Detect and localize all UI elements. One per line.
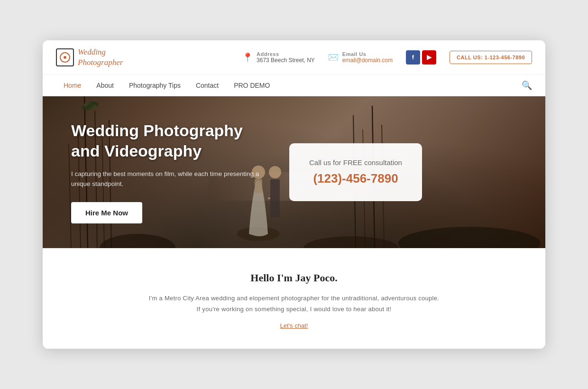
- call-button[interactable]: CALL US: 1-123-456-7890: [450, 51, 532, 64]
- facebook-button[interactable]: f: [406, 50, 420, 65]
- chat-link[interactable]: Let's chat!: [280, 322, 308, 329]
- nav-pro-demo[interactable]: PRO DEMO: [226, 75, 277, 96]
- address-info: 📍 Address 3673 Beech Street, NY: [242, 51, 315, 64]
- hero-title: Wedding Photography and Videography: [71, 120, 270, 161]
- logo[interactable]: Wedding Photographer: [56, 47, 123, 68]
- youtube-button[interactable]: ▶: [422, 50, 436, 65]
- about-section: Hello I'm Jay Poco. I'm a Metro City Are…: [43, 248, 545, 349]
- nav-links: Home About Photography Tips Contact PRO …: [56, 75, 277, 96]
- address-label: Address: [257, 51, 315, 57]
- card-phone: (123)-456-7890: [308, 171, 403, 186]
- search-icon[interactable]: 🔍: [522, 80, 532, 91]
- browser-window: Wedding Photographer 📍 Address 3673 Beec…: [43, 40, 545, 349]
- hire-me-button[interactable]: Hire Me Now: [71, 202, 142, 223]
- location-icon: 📍: [242, 52, 253, 63]
- about-text: I'm a Metro City Area wedding and elopem…: [147, 293, 441, 315]
- site-header: Wedding Photographer 📍 Address 3673 Beec…: [43, 40, 545, 75]
- hero-subtitle: I capturing the best moments on film, wh…: [71, 169, 270, 189]
- about-title: Hello I'm Jay Poco.: [56, 272, 532, 284]
- social-icons: f ▶: [406, 50, 436, 65]
- nav-about[interactable]: About: [89, 75, 121, 96]
- nav-photography-tips[interactable]: Photography Tips: [121, 75, 188, 96]
- nav-contact[interactable]: Contact: [188, 75, 226, 96]
- navigation: Home About Photography Tips Contact PRO …: [43, 75, 545, 96]
- card-label: Call us for FREE consultation: [308, 158, 403, 167]
- hero-text: Wedding Photography and Videography I ca…: [71, 120, 270, 223]
- nav-home[interactable]: Home: [56, 75, 89, 96]
- hero-section: Wedding Photography and Videography I ca…: [43, 96, 545, 248]
- email-info: ✉️ Email Us email@domain.com: [328, 51, 393, 64]
- logo-icon: [56, 48, 74, 66]
- email-icon: ✉️: [328, 52, 339, 63]
- header-info: 📍 Address 3673 Beech Street, NY ✉️ Email…: [242, 50, 532, 65]
- consultation-card: Call us for FREE consultation (123)-456-…: [289, 143, 422, 201]
- hero-content: Wedding Photography and Videography I ca…: [43, 96, 545, 248]
- address-value: 3673 Beech Street, NY: [257, 57, 315, 64]
- email-label: Email Us: [342, 51, 393, 57]
- logo-text: Wedding Photographer: [78, 47, 123, 68]
- email-value: email@domain.com: [342, 57, 393, 64]
